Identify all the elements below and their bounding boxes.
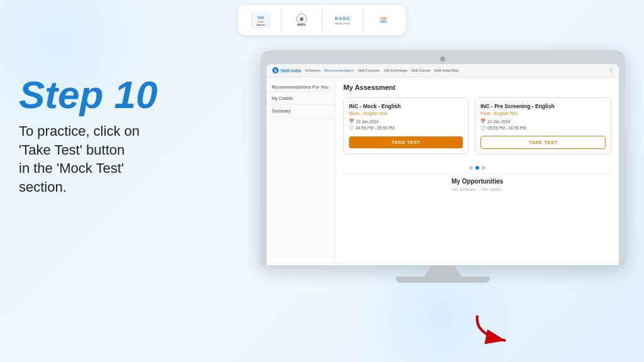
indiaskills-logo: India skills: [374, 11, 394, 29]
sidebar-title: Recommendations For You: [267, 82, 335, 92]
ministry-logo: 🏛 MINISTRY: [292, 11, 312, 29]
nsdc-logo: N·S·D·C IMAGINE FUTURE: [333, 11, 353, 29]
mock-english-card-wrapper: INC - Mock - English Mock - English Test…: [343, 97, 469, 155]
logo-bar: Skill India कौशल भारत 🏛 MINISTRY N·S·D·C…: [238, 5, 406, 35]
divider-2: [322, 9, 323, 31]
pre-screening-card-subtitle: Final - English Test: [480, 111, 606, 116]
screen-content: Recommendations For You My Credits Summa…: [267, 77, 619, 260]
step-description: To practice, click on 'Take Test' button…: [19, 122, 226, 197]
opportunities-preview: INC Software ... INC Softw...: [343, 187, 611, 194]
calendar-icon: 📅: [349, 119, 354, 124]
svg-text:🏛: 🏛: [300, 17, 304, 21]
divider-1: [281, 9, 282, 31]
screen-main: My Assessment INC - Mock - English Mock …: [336, 77, 619, 260]
divider-3: [363, 9, 364, 31]
opportunities-title: My Opportunities: [343, 173, 611, 187]
mock-english-card-title: INC - Mock - English: [349, 103, 463, 109]
clock-icon: 🕐: [349, 125, 354, 130]
pre-screening-card: INC - Pre Screening - English Final - En…: [475, 97, 611, 155]
monitor-body: S Skill India Schemes Recommendation Ski…: [260, 50, 625, 265]
nsdc-icon: N·S·D·C IMAGINE FUTURE: [333, 11, 353, 29]
stand-base-wrap: [260, 277, 625, 283]
pre-screening-card-title: INC - Pre Screening - English: [480, 103, 606, 109]
pagination: [343, 162, 611, 173]
sidebar-item-summary[interactable]: Summary: [267, 105, 335, 118]
nav-recommendation[interactable]: Recommendation: [325, 69, 354, 72]
step-title: Step 10: [19, 75, 226, 114]
nav-skill-centre[interactable]: Skill Centre: [411, 69, 431, 72]
svg-text:कौशल भारत: कौशल भारत: [256, 24, 265, 26]
mock-english-card-time: 🕐 04:55 PM - 05:55 PM: [349, 125, 463, 130]
svg-text:MINISTRY: MINISTRY: [297, 24, 306, 26]
browser-nav: S Skill India Schemes Recommendation Ski…: [267, 64, 619, 77]
nav-menu-icon[interactable]: ⋮: [608, 67, 614, 74]
assessment-title: My Assessment: [343, 84, 611, 91]
skill-india-logo: Skill India कौशल भारत: [251, 11, 271, 29]
svg-text:IMAGINE FUTURE: IMAGINE FUTURE: [335, 23, 350, 25]
sidebar-item-credits[interactable]: My Credits: [267, 92, 335, 105]
svg-text:skills: skills: [380, 20, 387, 23]
red-arrow: [471, 309, 521, 349]
mock-english-card: INC - Mock - English Mock - English Test…: [343, 97, 469, 154]
nav-skill-india-map[interactable]: Skill India Map: [434, 69, 458, 72]
svg-text:India: India: [258, 20, 264, 23]
svg-text:S: S: [274, 69, 277, 73]
monitor-camera: [440, 57, 445, 62]
svg-text:Skill: Skill: [257, 16, 264, 19]
pre-screening-card-time: 🕐 05:55 PM - 06:55 PM: [480, 125, 606, 130]
take-test-button-prescreening[interactable]: TAKE TEST: [480, 136, 606, 149]
nav-skill-courses[interactable]: Skill Courses: [358, 69, 380, 72]
mock-english-card-date: 📅 22 Jan 2024: [349, 119, 463, 124]
skill-india-icon: Skill India कौशल भारत: [251, 11, 271, 29]
pre-screening-card-date: 📅 22 Jan 2024: [480, 119, 606, 124]
take-test-button-mock[interactable]: TAKE TEST: [349, 136, 463, 148]
left-content: Step 10 To practice, click on 'Take Test…: [19, 75, 226, 197]
screen-sidebar: Recommendations For You My Credits Summa…: [267, 77, 336, 260]
stand-base: [396, 277, 490, 283]
calendar-icon-2: 📅: [480, 119, 486, 124]
dot-1: [469, 166, 473, 170]
assessment-cards: INC - Mock - English Mock - English Test…: [343, 97, 611, 155]
nav-links: Schemes Recommendation Skill Courses Job…: [305, 69, 604, 72]
stand-neck: [424, 265, 462, 277]
browser-logo: S Skill India: [272, 67, 301, 74]
monitor-screen: S Skill India Schemes Recommendation Ski…: [267, 64, 619, 265]
dot-3: [482, 166, 486, 170]
monitor-stand: [260, 265, 625, 277]
mock-english-card-subtitle: Mock - English Test: [349, 111, 463, 116]
nav-schemes[interactable]: Schemes: [305, 69, 321, 72]
clock-icon-2: 🕐: [480, 125, 486, 130]
indiaskills-icon: India skills: [374, 11, 394, 29]
nav-job-exchange[interactable]: Job Exchange: [384, 69, 408, 72]
ministry-icon: 🏛 MINISTRY: [292, 11, 312, 29]
svg-text:N·S·D·C: N·S·D·C: [335, 16, 350, 21]
dot-2: [475, 166, 479, 170]
svg-text:India: India: [380, 17, 387, 20]
monitor: S Skill India Schemes Recommendation Ski…: [260, 50, 625, 283]
